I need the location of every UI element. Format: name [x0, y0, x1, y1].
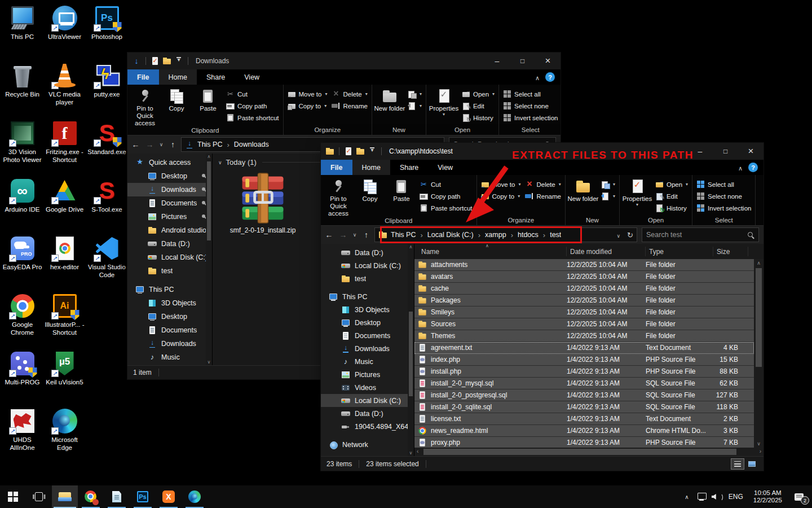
notepad-taskbar-button[interactable]	[104, 485, 130, 508]
easy-access-button[interactable]	[405, 88, 424, 100]
breadcrumb-segment[interactable]: Downloads	[234, 141, 269, 148]
nav-item[interactable]: test	[321, 272, 414, 285]
ribbon-tab[interactable]: View	[235, 69, 269, 85]
edit-button[interactable]: Edit	[460, 100, 497, 112]
desktop-icon[interactable]: hex-editor	[43, 234, 86, 291]
desktop-icon[interactable]: Google Chrome	[1, 291, 43, 349]
paste-button[interactable]: Paste	[386, 177, 417, 203]
new-item-button[interactable]	[599, 190, 617, 202]
desktop-icon[interactable]: putty.exe	[86, 61, 128, 119]
copy-button[interactable]: Copy	[161, 87, 192, 112]
language-indicator[interactable]: ENG	[723, 493, 748, 501]
nav-item[interactable]: Pictures	[127, 210, 212, 224]
ribbon-tab[interactable]: Home	[159, 69, 197, 85]
nav-item[interactable]: Data (D:)	[321, 407, 414, 420]
up-button[interactable]	[359, 228, 373, 242]
file-row[interactable]: cache 12/2/2025 10:04 AM File folder	[414, 283, 754, 295]
nav-item[interactable]: Local Disk (C:)	[127, 251, 212, 264]
rename-button[interactable]: Rename	[329, 100, 369, 112]
desktop-icon[interactable]: S-Tool.exe	[86, 176, 128, 234]
easy-access-button[interactable]	[599, 178, 617, 190]
nav-item[interactable]: Android studio	[127, 224, 212, 237]
nav-item[interactable]: Music	[127, 351, 212, 364]
nav-item[interactable]: Downloads	[127, 337, 212, 351]
desktop-icon[interactable]: EasyEDA Pro	[1, 234, 43, 291]
select-all-button[interactable]: Select all	[694, 178, 753, 190]
history-button[interactable]: History	[460, 112, 497, 124]
collapse-ribbon-icon[interactable]	[738, 163, 743, 173]
desktop-icon[interactable]: Recycle Bin	[1, 61, 43, 119]
qat-customize-icon[interactable]	[368, 147, 377, 156]
file-row[interactable]: Sources 12/2/2025 10:04 AM File folder	[414, 318, 754, 330]
back-button[interactable]	[129, 138, 143, 151]
nav-item[interactable]: Local Disk (C:)	[321, 394, 414, 407]
desktop-icon[interactable]: 3D Vision Photo Viewer	[1, 119, 43, 176]
cut-button[interactable]: Cut	[224, 88, 281, 100]
network-icon[interactable]	[694, 485, 709, 508]
scroll-thumb[interactable]	[756, 268, 762, 367]
collapse-ribbon-icon[interactable]	[535, 72, 540, 82]
column-header-type[interactable]: Type	[646, 247, 713, 256]
delete-button[interactable]: Delete	[523, 178, 563, 190]
ribbon-tab[interactable]: Share	[197, 69, 235, 85]
hidden-icons-chevron[interactable]: ∧	[679, 494, 694, 500]
desktop-icon[interactable]: Arduino IDE	[1, 176, 43, 234]
search-box[interactable]	[642, 227, 759, 242]
column-header-date-modified[interactable]: Date modified	[567, 247, 646, 256]
details-view-button[interactable]	[731, 459, 744, 469]
nav-item[interactable]: 19045.4894_X64_	[321, 420, 414, 433]
ribbon-tab[interactable]: Share	[390, 160, 428, 175]
copy-path-button[interactable]: Copy path	[224, 100, 281, 112]
new-folder-quick-icon[interactable]	[356, 147, 365, 156]
file-row[interactable]: install_2-0_postgresql.sql 1/4/2022 9:13…	[414, 389, 754, 401]
nav-scrollbar[interactable]: ∧∨	[408, 244, 414, 456]
file-row[interactable]: Packages 12/2/2025 10:04 AM File folder	[414, 295, 754, 306]
desktop-icon[interactable]: Standard.exe	[86, 119, 128, 176]
file-row[interactable]: install_2-0_sqlite.sql 1/4/2022 9:13 AM …	[414, 401, 754, 413]
scroll-thumb[interactable]	[423, 449, 736, 455]
nav-item[interactable]: Downloads	[321, 342, 414, 355]
up-button[interactable]	[166, 138, 180, 151]
desktop-icon[interactable]: This PC	[1, 3, 43, 61]
copy-to-button[interactable]: Copy to	[285, 100, 330, 112]
nav-item[interactable]: Videos	[321, 381, 414, 394]
pin-to-quick-access-button[interactable]: Pin to Quick access	[323, 177, 354, 217]
new-item-button[interactable]	[405, 100, 424, 112]
nav-item[interactable]: Pictures	[321, 368, 414, 381]
file-row[interactable]: avatars 12/2/2025 10:04 AM File folder	[414, 271, 754, 283]
qat-customize-icon[interactable]	[174, 56, 183, 65]
breadcrumb-segment[interactable]: This PC	[197, 141, 234, 149]
photoshop-taskbar-button[interactable]	[130, 485, 156, 508]
pin-to-quick-access-button[interactable]: Pin to Quick access	[129, 87, 161, 127]
nav-item[interactable]: This PC	[127, 283, 212, 296]
select-none-button[interactable]: Select none	[694, 190, 753, 202]
search-input[interactable]	[646, 231, 747, 239]
nav-item[interactable]: 3D Objects	[127, 296, 212, 310]
forward-button[interactable]	[143, 138, 157, 151]
forward-button[interactable]	[336, 228, 350, 242]
column-header-size[interactable]: Size	[713, 247, 748, 256]
nav-item[interactable]: Downloads	[127, 183, 212, 196]
invert-selection-button[interactable]: Invert selection	[694, 202, 753, 214]
nav-item[interactable]: Documents	[321, 329, 414, 342]
horizontal-scrollbar[interactable]: ‹›	[414, 448, 764, 456]
desktop-icon[interactable]: Fritzing.exe - Shortcut	[43, 119, 86, 176]
notification-center-button[interactable]: 2	[787, 485, 811, 508]
properties-quick-icon[interactable]	[151, 56, 160, 65]
new-folder-quick-icon[interactable]	[162, 56, 171, 65]
copy-button[interactable]: Copy	[354, 177, 386, 203]
address-dropdown-icon[interactable]	[617, 230, 621, 240]
nav-item[interactable]: This PC	[321, 290, 414, 303]
nav-item[interactable]: Quick access	[127, 156, 212, 169]
large-icons-view-button[interactable]	[745, 459, 758, 469]
task-view-button[interactable]	[26, 485, 52, 508]
nav-item[interactable]: Documents	[127, 196, 212, 210]
edit-button[interactable]: Edit	[653, 190, 690, 202]
volume-icon[interactable]	[709, 485, 723, 508]
select-all-button[interactable]: Select all	[501, 88, 560, 100]
invert-selection-button[interactable]: Invert selection	[501, 112, 560, 124]
edge-taskbar-button[interactable]	[182, 485, 208, 508]
file-row[interactable]: attachments 12/2/2025 10:04 AM File fold…	[414, 259, 754, 271]
properties-quick-icon[interactable]	[344, 147, 353, 156]
nav-item[interactable]: Desktop	[127, 169, 212, 183]
